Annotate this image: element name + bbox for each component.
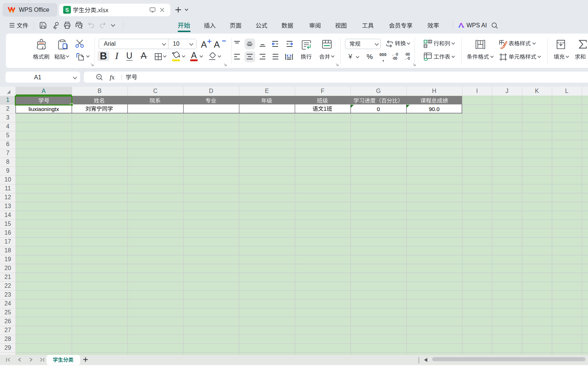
svg-text:S: S	[65, 7, 69, 13]
svg-text:←·0: ←·0	[392, 53, 398, 56]
svg-text:→·0: →·0	[403, 56, 410, 61]
svg-text:·00: ·00	[392, 56, 397, 61]
svg-text:·00: ·00	[405, 53, 410, 56]
